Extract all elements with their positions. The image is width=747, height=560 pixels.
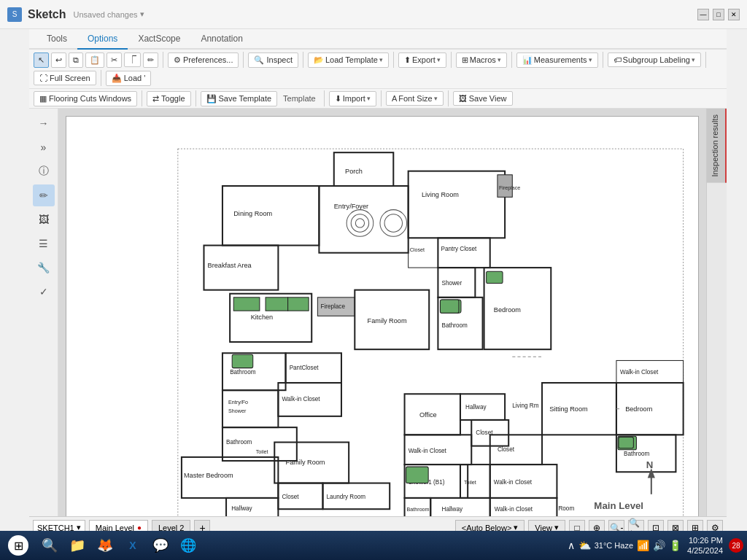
app-icon: S [7, 7, 22, 22]
start-button[interactable]: ⊞ [4, 532, 33, 559]
maximize-btn[interactable]: □ [713, 9, 724, 20]
macros-btn[interactable]: ⊞ Macros ▾ [456, 52, 507, 68]
workspace: → » ⓘ ✏ 🖼 ☰ 🔧 ✓ ✕ Porch [29, 109, 727, 538]
save-view-btn[interactable]: 🖼 Save View [453, 91, 513, 106]
svg-rect-108 [487, 271, 503, 283]
font-size-btn[interactable]: A Font Size ▾ [386, 91, 444, 106]
taskbar-search[interactable]: 🔍 [36, 532, 63, 559]
toggle-btn[interactable]: ⇄ Toggle [147, 91, 190, 106]
load-template-btn[interactable]: 📂 Load Template ▾ [308, 52, 389, 68]
svg-text:Entry/Foyer: Entry/Foyer [334, 203, 368, 210]
window-controls: — □ ✕ [697, 9, 740, 20]
preferences-btn[interactable]: ⚙ Preferences... [168, 52, 239, 68]
draw-btn[interactable]: ✏ [143, 52, 158, 68]
taskbar-firefox[interactable]: 🦊 [92, 532, 118, 559]
dropdown-arrow[interactable]: ▾ [140, 9, 144, 19]
svg-text:Sitting Room: Sitting Room [549, 405, 588, 413]
title-bar: S Sketch Unsaved changes ▾ — □ ✕ [0, 0, 747, 29]
svg-text:Pantry Closet: Pantry Closet [441, 246, 477, 252]
measurements-btn[interactable]: 📊 Measurements ▾ [516, 52, 598, 68]
tab-options[interactable]: Options [77, 29, 128, 50]
svg-text:Bathroom: Bathroom [407, 507, 430, 513]
svg-text:Bathroom: Bathroom [226, 439, 252, 446]
svg-text:Entry/Fo: Entry/Fo [228, 400, 248, 405]
copy-btn[interactable]: ⧉ [69, 52, 83, 68]
minimize-btn[interactable]: — [697, 9, 709, 20]
svg-text:Bedroom: Bedroom [625, 405, 653, 413]
tab-xactscope[interactable]: XactScope [128, 29, 190, 50]
macro-icon: ⊞ [462, 55, 468, 65]
load-btn[interactable]: 📥 Load ' [106, 71, 152, 86]
paste-btn[interactable]: 📋 [85, 52, 104, 68]
svg-text:Living Room: Living Room [422, 191, 459, 198]
sep2 [243, 52, 244, 68]
svg-text:Bathroom: Bathroom [442, 322, 468, 329]
taskbar-chrome[interactable]: 🌐 [175, 532, 201, 559]
svg-point-4 [347, 210, 374, 237]
copy-icon: ⧉ [73, 55, 79, 65]
notification-badge[interactable]: 28 [729, 538, 743, 553]
canvas-inner[interactable]: Porch Entry/Foyer Living Room Firepl [66, 116, 699, 531]
subgroup-labeling-btn[interactable]: 🏷 Subgroup Labeling ▾ [608, 52, 701, 67]
svg-text:Family Room: Family Room [286, 459, 325, 466]
svg-rect-26 [438, 238, 489, 268]
inspection-tab[interactable]: Inspection results [707, 109, 727, 183]
sidebar-arrow-right[interactable]: → [33, 112, 55, 134]
sep10 [142, 90, 142, 106]
volume-icon[interactable]: 🔊 [653, 540, 665, 551]
weather-temp: 31°C Haze [595, 541, 633, 550]
toggle-icon: ⇄ [152, 94, 159, 104]
full-screen-btn[interactable]: ⛶ Full Screen [34, 71, 96, 85]
import-btn[interactable]: ⬇ Import ▾ [329, 91, 376, 106]
measure-icon: 📊 [522, 55, 533, 65]
svg-text:Shower: Shower [442, 280, 462, 287]
svg-text:Bedroom: Bedroom [494, 306, 522, 314]
sidebar-list[interactable]: ☰ [33, 233, 55, 254]
sep4 [393, 52, 394, 68]
taskbar: ⊞ 🔍 📁 🦊 X 💬 🌐 ∧ ⛅ 31°C Haze 📶 🔊 🔋 [0, 531, 747, 560]
sidebar-info[interactable]: ⓘ [33, 160, 55, 182]
sidebar-image[interactable]: 🖼 [33, 209, 55, 230]
close-btn[interactable]: ✕ [728, 9, 740, 20]
sep8 [705, 52, 706, 68]
svg-text:Bathroom: Bathroom [624, 451, 650, 457]
sidebar-check[interactable]: ✓ [33, 281, 55, 303]
tray-expand[interactable]: ∧ [568, 540, 575, 551]
tab-annotation[interactable]: Annotation [190, 29, 252, 50]
svg-rect-21 [288, 298, 309, 311]
inspect-btn[interactable]: 🔍 Inspect [248, 52, 298, 68]
svg-point-6 [355, 219, 364, 228]
flooring-cuts-btn[interactable]: ▦ Flooring Cuts Windows [34, 91, 137, 106]
messenger-icon: 💬 [152, 537, 169, 554]
canvas-container[interactable]: Porch Entry/Foyer Living Room Firepl [58, 109, 706, 538]
unsaved-indicator: Unsaved changes ▾ [73, 9, 144, 19]
svg-text:Walk-in Closet: Walk-in Closet [282, 396, 320, 402]
svg-rect-79 [406, 467, 429, 483]
folder-icon: 📂 [314, 55, 324, 65]
cut-btn[interactable]: ✂ [107, 52, 122, 68]
sep9 [101, 70, 101, 86]
format-btn[interactable]: ⎾ [124, 52, 141, 67]
tab-tools[interactable]: Tools [36, 29, 77, 50]
export-btn[interactable]: ⬆ Export ▾ [398, 52, 446, 68]
svg-text:Fireplace: Fireplace [499, 185, 520, 191]
svg-text:Walk-in Closet: Walk-in Closet [495, 506, 533, 513]
weather-icon: ⛅ [578, 540, 591, 551]
taskbar-xactimate[interactable]: X [120, 532, 146, 559]
taskbar-clock[interactable]: 10:26 PM 4/25/2024 [687, 535, 723, 556]
svg-rect-35 [409, 238, 438, 268]
svg-text:Hallway: Hallway [465, 404, 487, 411]
save-template-btn[interactable]: 💾 Save Template [201, 91, 278, 106]
left-sidebar: → » ⓘ ✏ 🖼 ☰ 🔧 ✓ ✕ [29, 109, 58, 538]
sidebar-expand[interactable]: » [33, 136, 55, 158]
network-icon[interactable]: 📶 [637, 540, 649, 551]
tab-bar: Tools Options XactScope Annotation [29, 29, 727, 50]
taskbar-messenger[interactable]: 💬 [147, 532, 174, 559]
taskbar-explorer[interactable]: 📁 [64, 532, 90, 559]
pointer-tool[interactable]: ↖ [34, 52, 49, 68]
undo-btn[interactable]: ↩ [51, 52, 66, 68]
floorplan-svg: Porch Entry/Foyer Living Room Firepl [66, 117, 698, 530]
sidebar-edit[interactable]: ✏ [33, 184, 55, 206]
sep7 [603, 52, 603, 68]
sidebar-tool[interactable]: 🔧 [33, 257, 55, 279]
